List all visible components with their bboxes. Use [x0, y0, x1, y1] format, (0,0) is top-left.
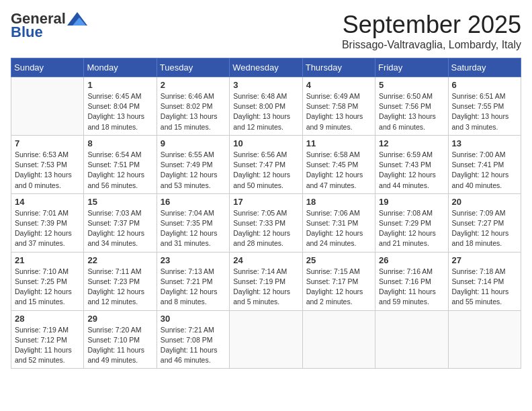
day-number: 21 [15, 255, 80, 265]
calendar-cell: 29Sunrise: 7:20 AM Sunset: 7:10 PM Dayli… [84, 310, 157, 369]
title-block: September 2025 Brissago-Valtravaglia, Lo… [342, 11, 521, 51]
day-number: 20 [452, 197, 517, 207]
day-number: 23 [161, 255, 226, 265]
day-info: Sunrise: 6:54 AM Sunset: 7:51 PM Dayligh… [87, 150, 152, 191]
calendar-cell: 10Sunrise: 6:56 AM Sunset: 7:47 PM Dayli… [230, 135, 302, 193]
calendar-week-4: 21Sunrise: 7:10 AM Sunset: 7:25 PM Dayli… [11, 252, 521, 310]
calendar-cell: 21Sunrise: 7:10 AM Sunset: 7:25 PM Dayli… [11, 252, 84, 310]
day-info: Sunrise: 6:46 AM Sunset: 8:02 PM Dayligh… [161, 91, 226, 132]
day-number: 22 [87, 255, 152, 265]
day-info: Sunrise: 7:19 AM Sunset: 7:12 PM Dayligh… [15, 325, 80, 366]
calendar-cell: 25Sunrise: 7:15 AM Sunset: 7:17 PM Dayli… [302, 252, 375, 310]
col-header-saturday: Saturday [448, 58, 521, 77]
col-header-wednesday: Wednesday [230, 58, 302, 77]
day-info: Sunrise: 7:20 AM Sunset: 7:10 PM Dayligh… [87, 325, 152, 366]
day-info: Sunrise: 7:05 AM Sunset: 7:33 PM Dayligh… [233, 208, 298, 249]
day-number: 14 [15, 197, 80, 207]
day-number: 4 [306, 80, 371, 90]
day-info: Sunrise: 7:16 AM Sunset: 7:16 PM Dayligh… [379, 267, 444, 308]
logo-blue: Blue [11, 24, 43, 40]
day-info: Sunrise: 7:08 AM Sunset: 7:29 PM Dayligh… [379, 208, 444, 249]
day-info: Sunrise: 6:55 AM Sunset: 7:49 PM Dayligh… [161, 150, 226, 191]
calendar-cell: 14Sunrise: 7:01 AM Sunset: 7:39 PM Dayli… [11, 193, 84, 252]
calendar-cell: 3Sunrise: 6:48 AM Sunset: 8:00 PM Daylig… [230, 77, 302, 136]
day-number: 19 [379, 197, 444, 207]
day-info: Sunrise: 7:13 AM Sunset: 7:21 PM Dayligh… [161, 267, 226, 308]
calendar-week-1: 1Sunrise: 6:45 AM Sunset: 8:04 PM Daylig… [11, 77, 521, 136]
day-number: 16 [161, 197, 226, 207]
calendar-cell [375, 310, 448, 369]
calendar-cell: 20Sunrise: 7:09 AM Sunset: 7:27 PM Dayli… [448, 193, 521, 252]
calendar-cell: 1Sunrise: 6:45 AM Sunset: 8:04 PM Daylig… [84, 77, 157, 136]
calendar-cell: 11Sunrise: 6:58 AM Sunset: 7:45 PM Dayli… [302, 135, 375, 193]
day-number: 3 [233, 80, 298, 90]
calendar-header-row: SundayMondayTuesdayWednesdayThursdayFrid… [11, 58, 521, 77]
calendar-cell [448, 310, 521, 369]
day-number: 25 [306, 255, 371, 265]
day-number: 15 [87, 197, 152, 207]
day-info: Sunrise: 6:49 AM Sunset: 7:58 PM Dayligh… [306, 91, 371, 132]
day-info: Sunrise: 6:45 AM Sunset: 8:04 PM Dayligh… [87, 91, 152, 132]
day-number: 27 [452, 255, 517, 265]
calendar-cell: 13Sunrise: 7:00 AM Sunset: 7:41 PM Dayli… [448, 135, 521, 193]
day-number: 6 [452, 80, 517, 90]
day-info: Sunrise: 7:04 AM Sunset: 7:35 PM Dayligh… [161, 208, 226, 249]
day-number: 8 [87, 138, 152, 148]
day-info: Sunrise: 7:06 AM Sunset: 7:31 PM Dayligh… [306, 208, 371, 249]
day-number: 17 [233, 197, 298, 207]
calendar-cell: 15Sunrise: 7:03 AM Sunset: 7:37 PM Dayli… [84, 193, 157, 252]
calendar-cell: 24Sunrise: 7:14 AM Sunset: 7:19 PM Dayli… [230, 252, 302, 310]
logo-icon [67, 12, 87, 26]
calendar-cell: 5Sunrise: 6:50 AM Sunset: 7:56 PM Daylig… [375, 77, 448, 136]
day-info: Sunrise: 6:58 AM Sunset: 7:45 PM Dayligh… [306, 150, 371, 191]
day-number: 1 [87, 80, 152, 90]
calendar-week-5: 28Sunrise: 7:19 AM Sunset: 7:12 PM Dayli… [11, 310, 521, 369]
day-info: Sunrise: 6:50 AM Sunset: 7:56 PM Dayligh… [379, 91, 444, 132]
day-info: Sunrise: 7:09 AM Sunset: 7:27 PM Dayligh… [452, 208, 517, 249]
day-info: Sunrise: 6:51 AM Sunset: 7:55 PM Dayligh… [452, 91, 517, 132]
calendar-cell: 23Sunrise: 7:13 AM Sunset: 7:21 PM Dayli… [157, 252, 229, 310]
col-header-thursday: Thursday [302, 58, 375, 77]
day-info: Sunrise: 7:00 AM Sunset: 7:41 PM Dayligh… [452, 150, 517, 191]
day-number: 30 [161, 314, 226, 324]
calendar-cell: 16Sunrise: 7:04 AM Sunset: 7:35 PM Dayli… [157, 193, 229, 252]
day-number: 11 [306, 138, 371, 148]
calendar-cell: 22Sunrise: 7:11 AM Sunset: 7:23 PM Dayli… [84, 252, 157, 310]
day-number: 7 [15, 138, 80, 148]
day-number: 5 [379, 80, 444, 90]
calendar-cell: 12Sunrise: 6:59 AM Sunset: 7:43 PM Dayli… [375, 135, 448, 193]
calendar-cell: 19Sunrise: 7:08 AM Sunset: 7:29 PM Dayli… [375, 193, 448, 252]
day-number: 9 [161, 138, 226, 148]
col-header-sunday: Sunday [11, 58, 84, 77]
day-info: Sunrise: 6:56 AM Sunset: 7:47 PM Dayligh… [233, 150, 298, 191]
calendar-cell [302, 310, 375, 369]
day-number: 24 [233, 255, 298, 265]
calendar-week-3: 14Sunrise: 7:01 AM Sunset: 7:39 PM Dayli… [11, 193, 521, 252]
day-info: Sunrise: 7:18 AM Sunset: 7:14 PM Dayligh… [452, 267, 517, 308]
calendar-cell: 9Sunrise: 6:55 AM Sunset: 7:49 PM Daylig… [157, 135, 229, 193]
calendar-table: SundayMondayTuesdayWednesdayThursdayFrid… [11, 58, 521, 369]
calendar-cell: 6Sunrise: 6:51 AM Sunset: 7:55 PM Daylig… [448, 77, 521, 136]
day-number: 2 [161, 80, 226, 90]
calendar-cell [230, 310, 302, 369]
day-info: Sunrise: 6:59 AM Sunset: 7:43 PM Dayligh… [379, 150, 444, 191]
col-header-friday: Friday [375, 58, 448, 77]
day-number: 29 [87, 314, 152, 324]
calendar-cell: 30Sunrise: 7:21 AM Sunset: 7:08 PM Dayli… [157, 310, 229, 369]
day-number: 28 [15, 314, 80, 324]
day-info: Sunrise: 7:01 AM Sunset: 7:39 PM Dayligh… [15, 208, 80, 249]
day-number: 13 [452, 138, 517, 148]
calendar-week-2: 7Sunrise: 6:53 AM Sunset: 7:53 PM Daylig… [11, 135, 521, 193]
calendar-cell: 8Sunrise: 6:54 AM Sunset: 7:51 PM Daylig… [84, 135, 157, 193]
calendar-cell: 18Sunrise: 7:06 AM Sunset: 7:31 PM Dayli… [302, 193, 375, 252]
day-info: Sunrise: 7:21 AM Sunset: 7:08 PM Dayligh… [161, 325, 226, 366]
day-number: 12 [379, 138, 444, 148]
calendar-cell: 2Sunrise: 6:46 AM Sunset: 8:02 PM Daylig… [157, 77, 229, 136]
col-header-tuesday: Tuesday [157, 58, 229, 77]
day-info: Sunrise: 7:14 AM Sunset: 7:19 PM Dayligh… [233, 267, 298, 308]
calendar-cell: 26Sunrise: 7:16 AM Sunset: 7:16 PM Dayli… [375, 252, 448, 310]
day-info: Sunrise: 7:15 AM Sunset: 7:17 PM Dayligh… [306, 267, 371, 308]
calendar-cell: 28Sunrise: 7:19 AM Sunset: 7:12 PM Dayli… [11, 310, 84, 369]
month-title: September 2025 [342, 11, 521, 39]
calendar-cell: 17Sunrise: 7:05 AM Sunset: 7:33 PM Dayli… [230, 193, 302, 252]
